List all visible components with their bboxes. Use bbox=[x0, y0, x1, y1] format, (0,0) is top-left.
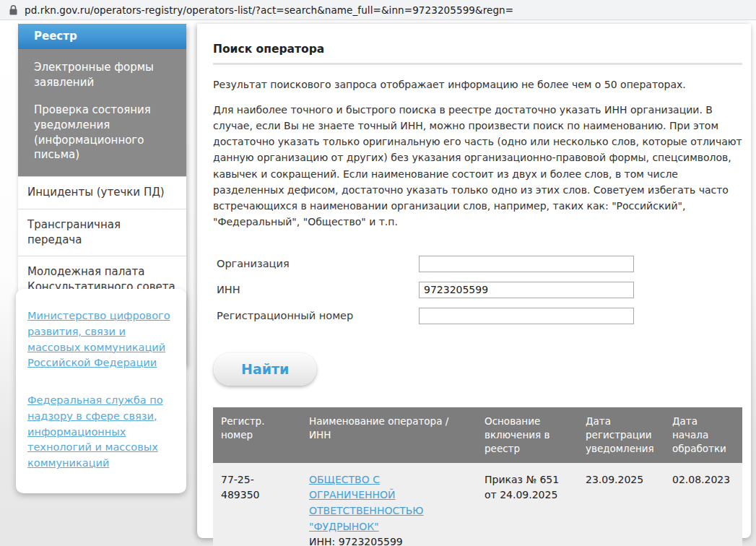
instructions-text: Для наиболее точного и быстрого поиска в… bbox=[213, 102, 747, 230]
link-ministry-digital-development[interactable]: Министерство цифрового развития, связи и… bbox=[27, 308, 173, 371]
header-operator-name: Наименование оператора / ИНН bbox=[301, 407, 477, 463]
cell-basis: Приказ № 651 от 24.09.2025 bbox=[477, 463, 578, 546]
inn-label: ИНН bbox=[217, 282, 419, 295]
sidebar-item-electronic-forms[interactable]: Электронные формы заявлений bbox=[18, 53, 186, 96]
url-text[interactable]: pd.rkn.gov.ru/operators-registry/operato… bbox=[25, 4, 513, 16]
search-button[interactable]: Найти bbox=[214, 353, 316, 386]
organization-label: Организация bbox=[217, 256, 419, 269]
regnum-row: Регистрационный номер bbox=[213, 308, 742, 324]
header-registration-date: Дата регистрации уведомления bbox=[578, 407, 664, 463]
table-row: 77-25-489350 ОБЩЕСТВО С ОГРАНИЧЕННОЙ ОТВ… bbox=[213, 463, 742, 546]
sidebar-item-crossborder[interactable]: Трансграничная передача bbox=[18, 209, 186, 256]
title-divider bbox=[213, 63, 742, 65]
organization-row: Организация bbox=[213, 256, 742, 272]
lock-icon bbox=[9, 5, 17, 15]
intro-text: Результат поискового запроса отображает … bbox=[213, 77, 747, 92]
inn-input[interactable] bbox=[419, 282, 634, 298]
regnum-input[interactable] bbox=[419, 308, 634, 324]
sidebar-item-registry-active[interactable]: Реестр bbox=[18, 24, 186, 49]
cell-reg-number: 77-25-489350 bbox=[213, 463, 301, 546]
regnum-label: Регистрационный номер bbox=[217, 308, 419, 321]
table-header-row: Регистр. номер Наименование оператора / … bbox=[213, 407, 742, 463]
sidebar-item-notification-status[interactable]: Проверка состояния уведомления (информац… bbox=[18, 96, 186, 169]
cell-registration-date: 23.09.2025 bbox=[578, 463, 664, 546]
operator-inn: ИНН: 9723205599 bbox=[309, 534, 468, 546]
header-reg-number: Регистр. номер bbox=[213, 407, 301, 463]
sidebar-item-incidents[interactable]: Инциденты (утечки ПД) bbox=[18, 176, 186, 209]
cell-processing-start: 02.08.2023 bbox=[664, 463, 742, 546]
cell-operator: ОБЩЕСТВО С ОГРАНИЧЕННОЙ ОТВЕТСТВЕННОСТЬЮ… bbox=[301, 463, 477, 546]
header-processing-start: Дата начала обработки bbox=[664, 407, 742, 463]
organization-input[interactable] bbox=[419, 256, 634, 272]
operator-name-link[interactable]: ОБЩЕСТВО С ОГРАНИЧЕННОЙ ОТВЕТСТВЕННОСТЬЮ… bbox=[309, 474, 423, 532]
link-roskomnadzor[interactable]: Федеральная служба по надзору в сфере св… bbox=[27, 393, 173, 472]
sidebar-submenu-group: Электронные формы заявлений Проверка сос… bbox=[18, 49, 186, 176]
inn-row: ИНН bbox=[213, 282, 742, 298]
external-links-box: Министерство цифрового развития, связи и… bbox=[16, 289, 186, 493]
main-content-panel: Поиск оператора Результат поискового зап… bbox=[197, 24, 751, 538]
operator-search-form: Организация ИНН Регистрационный номер На… bbox=[213, 256, 742, 386]
results-table: Регистр. номер Наименование оператора / … bbox=[213, 407, 742, 546]
header-basis: Основание включения в реестр bbox=[477, 407, 578, 463]
browser-address-bar[interactable]: pd.rkn.gov.ru/operators-registry/operato… bbox=[0, 0, 756, 20]
page-title: Поиск оператора bbox=[213, 43, 742, 56]
